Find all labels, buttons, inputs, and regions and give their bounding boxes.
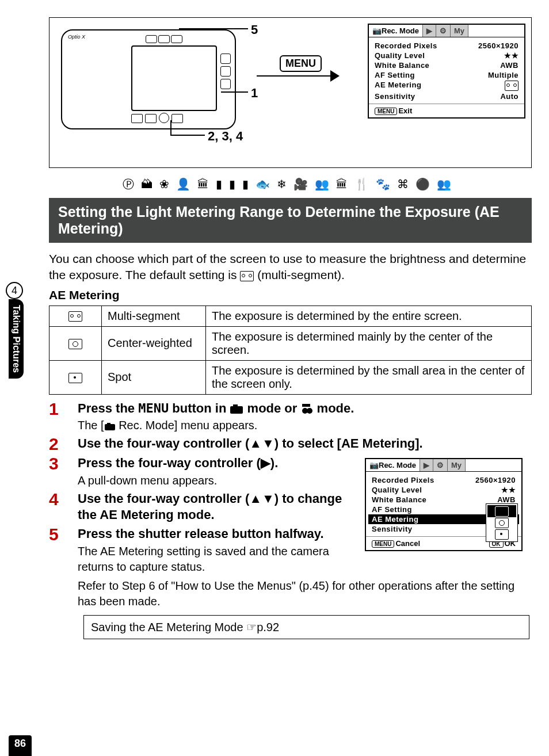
- mode-icon: 👤: [176, 178, 197, 190]
- arrow-to-menu: MENU: [257, 61, 360, 96]
- lcd-tab-my: My: [451, 25, 468, 37]
- svg-rect-0: [230, 406, 243, 414]
- camera-top-buttons: [146, 35, 184, 45]
- chapter-number: 4: [6, 282, 23, 299]
- camera-outline: [61, 29, 236, 129]
- svg-rect-1: [233, 404, 238, 407]
- lcd-ae-pulldown: 📷Rec. Mode ▶ ⚙ My Recorded Pixels2560×19…: [365, 458, 523, 551]
- mode-icon: ▮▮▮: [216, 178, 256, 190]
- camera-bottom-buttons: [131, 113, 185, 125]
- lcd-rec-mode-menu: 📷Rec. Mode ▶ ⚙ My Recorded Pixels2560×19…: [368, 24, 525, 119]
- mode-icon: 🍴: [354, 178, 376, 190]
- step-number-3: 3: [49, 455, 78, 472]
- table-row: Spot The exposure is determined by the s…: [49, 360, 532, 394]
- mode-icon: 🏔: [141, 178, 159, 190]
- mode-icon: 👥: [437, 178, 458, 190]
- callout-234: 2, 3, 4: [208, 129, 243, 144]
- multi-segment-icon: [240, 271, 254, 281]
- camera-mode-icon: [104, 422, 116, 431]
- lcd-tab-setup: ⚙: [433, 459, 448, 471]
- mode-icon-row: Ⓟ🏔❀👤🏛▮▮▮🐟❄🎥👥🏛🍴🐾⌘⚫👥: [49, 177, 532, 192]
- lcd-tab-rec-mode: 📷Rec. Mode: [369, 25, 423, 37]
- ae-pulldown[interactable]: [486, 503, 518, 542]
- menu-button-label: MENU: [280, 55, 322, 72]
- step-4-title: Use the four-way controller (▲▼) to chan…: [78, 491, 359, 524]
- step-5-text-2: Refer to Step 6 of "How to Use the Menus…: [78, 578, 532, 609]
- step-1-title: Press the MENU button in mode or mode.: [78, 400, 532, 417]
- step-3-text: A pull-down menu appears.: [78, 473, 359, 488]
- camera-mode-icon: [230, 404, 243, 414]
- mode-icon: 🎥: [293, 178, 315, 190]
- reference-box: Saving the AE Metering Mode ☞p.92: [83, 615, 529, 639]
- callout-5: 5: [251, 22, 258, 37]
- mode-icon: ❀: [159, 178, 176, 190]
- multi-segment-icon: [68, 311, 82, 322]
- mode-icon: Ⓟ: [123, 178, 141, 190]
- step-5-text-1: The AE Metering setting is saved and the…: [78, 544, 359, 575]
- mode-icon: 🏛: [336, 178, 354, 190]
- step-5-title: Press the shutter release button halfway…: [78, 526, 359, 543]
- camera-right-buttons: [220, 54, 232, 91]
- center-weighted-icon: [68, 339, 82, 349]
- step-2-title: Use the four-way controller (▲▼) to sele…: [78, 436, 532, 452]
- svg-rect-4: [302, 404, 310, 407]
- lcd-tab-playback: ▶: [423, 25, 436, 37]
- ae-metering-subhead: AE Metering: [49, 288, 532, 302]
- mode-icon: 🐟: [256, 178, 277, 190]
- movie-mode-icon: [300, 403, 313, 414]
- section-heading: Setting the Light Metering Range to Dete…: [49, 198, 532, 243]
- table-row: Multi-segment The exposure is determined…: [49, 306, 532, 326]
- intro-paragraph: You can choose which part of the screen …: [49, 251, 532, 284]
- mode-icon: 🐾: [376, 178, 397, 190]
- lcd-tab-setup: ⚙: [436, 25, 451, 37]
- side-tab-label: Taking Pictures: [9, 299, 24, 379]
- table-row: Center-weighted The exposure is determin…: [49, 326, 532, 360]
- mode-icon: 👥: [315, 178, 336, 190]
- svg-rect-6: [107, 423, 110, 425]
- multi-segment-icon: [495, 506, 509, 517]
- mode-icon: ❄: [277, 178, 293, 190]
- mode-icon: ⌘: [397, 178, 415, 190]
- spot-icon: [495, 529, 509, 540]
- mode-icon: 🏛: [197, 178, 216, 190]
- lcd-tab-my: My: [448, 459, 466, 471]
- step-number-5: 5: [49, 526, 78, 543]
- camera-lcd: [131, 45, 217, 111]
- step-number-1: 1: [49, 400, 78, 418]
- mode-icon: ⚫: [415, 178, 437, 190]
- spot-icon: [68, 373, 82, 383]
- ae-metering-table: Multi-segment The exposure is determined…: [49, 306, 532, 395]
- svg-rect-5: [105, 424, 115, 430]
- step-3-title: Press the four-way controller (▶).: [78, 455, 359, 472]
- page-number: 86: [9, 735, 32, 756]
- center-weighted-icon: [495, 518, 509, 528]
- lcd-tab-rec-mode: 📷Rec. Mode: [366, 459, 420, 471]
- step-1-text: The [ Rec. Mode] menu appears.: [78, 418, 532, 433]
- camera-diagram-box: 5 1 2, 3, 4 MENU 📷Rec. Mode ▶ ⚙ My Recor…: [49, 17, 532, 168]
- lcd-tab-playback: ▶: [420, 459, 433, 471]
- step-number-4: 4: [49, 491, 78, 508]
- step-number-2: 2: [49, 436, 78, 453]
- svg-point-3: [307, 408, 312, 414]
